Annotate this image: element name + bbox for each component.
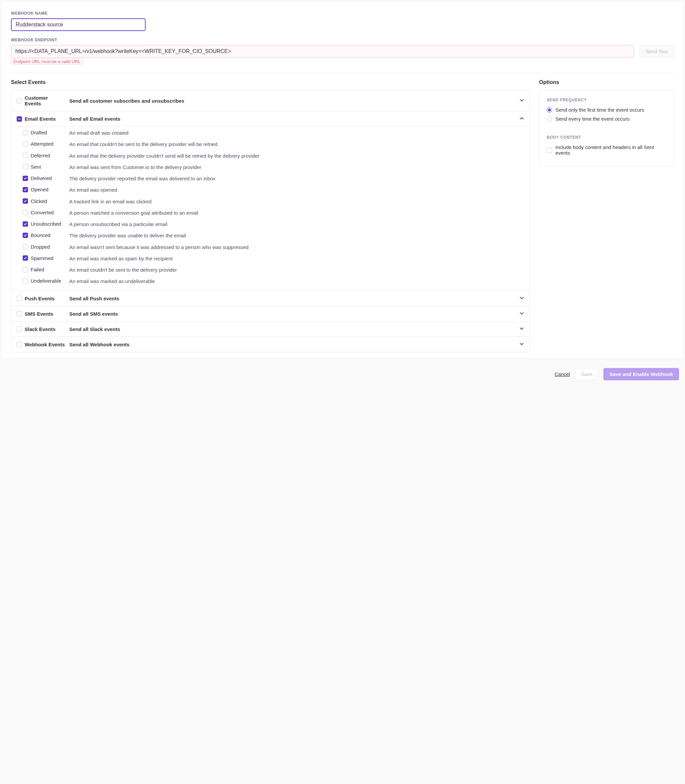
webhook-endpoint-input[interactable]	[11, 45, 634, 58]
send-test-button[interactable]: Send Test	[640, 45, 674, 58]
event-child-row[interactable]: AttemptedAn email that couldn't be sent …	[11, 139, 529, 150]
event-child-row[interactable]: UndeliverableAn email was marked as unde…	[11, 276, 529, 287]
event-child-row[interactable]: DraftedAn email draft was created	[11, 127, 529, 139]
event-desc-text: An email couldn't be sent to the deliver…	[69, 267, 524, 273]
event-checkbox[interactable]	[23, 255, 28, 261]
group-checkbox[interactable]	[17, 326, 22, 332]
group-name-text: SMS Events	[24, 311, 53, 317]
event-name-text: Clicked	[31, 198, 47, 204]
group-desc-text: Send all Webhook events	[69, 342, 515, 347]
select-events-title: Select Events	[11, 79, 530, 85]
chevron-up-icon[interactable]	[519, 116, 524, 122]
webhook-endpoint-label: WEBHOOK ENDPOINT	[11, 37, 634, 42]
event-group-row[interactable]: SMS EventsSend all SMS events	[11, 306, 529, 322]
event-child-row[interactable]: UnsubscribedA person unsubscribed via a …	[11, 219, 529, 230]
group-checkbox[interactable]	[17, 98, 22, 103]
group-desc-text: Send all customer subscribes and unsubsc…	[69, 98, 515, 104]
chevron-down-icon[interactable]	[519, 296, 524, 301]
event-checkbox[interactable]	[23, 187, 28, 192]
event-checkbox[interactable]	[23, 153, 28, 158]
event-child-row[interactable]: OpenedAn email was opened	[11, 184, 529, 196]
event-desc-text: A tracked link in an email was clicked	[69, 198, 524, 205]
frequency-option[interactable]: Send every time the event occurs	[547, 116, 666, 122]
event-checkbox[interactable]	[23, 142, 28, 147]
frequency-option-label: Send every time the event occurs	[555, 116, 630, 122]
event-group-row[interactable]: Slack EventsSend all Slack events	[11, 322, 529, 337]
group-checkbox[interactable]	[17, 311, 22, 316]
event-name-text: Failed	[31, 267, 44, 272]
event-name-text: Deferred	[31, 153, 50, 158]
event-group-row[interactable]: Customer EventsSend all customer subscri…	[11, 90, 529, 111]
event-desc-text: An email that couldn't be sent to the de…	[69, 141, 524, 148]
event-name-text: Attempted	[31, 141, 53, 147]
save-button[interactable]: Save	[575, 368, 598, 380]
event-checkbox[interactable]	[23, 244, 28, 249]
webhook-name-input[interactable]	[11, 18, 146, 31]
group-name-text: Email Events	[24, 116, 56, 122]
event-desc-text: An email was opened	[69, 187, 524, 194]
event-name-text: Spammed	[31, 255, 53, 261]
group-checkbox[interactable]	[17, 116, 22, 122]
event-group-row[interactable]: Push EventsSend all Push events	[11, 291, 529, 306]
event-name-text: Drafted	[31, 130, 47, 135]
event-checkbox[interactable]	[23, 210, 28, 215]
divider	[11, 73, 674, 73]
options-title: Options	[539, 79, 674, 85]
event-desc-text: The delivery provider reported the email…	[69, 175, 524, 182]
event-checkbox[interactable]	[23, 221, 28, 227]
radio-icon[interactable]	[547, 116, 552, 122]
event-desc-text: An email was sent from Customer.io to th…	[69, 164, 524, 171]
event-child-row[interactable]: FailedAn email couldn't be sent to the d…	[11, 264, 529, 276]
save-enable-webhook-button[interactable]: Save and Enable Webhook	[603, 368, 679, 380]
event-desc-text: An email that the delivery provider coul…	[69, 153, 524, 159]
event-child-row[interactable]: SentAn email was sent from Customer.io t…	[11, 162, 529, 173]
group-name-text: Slack Events	[24, 326, 56, 332]
event-checkbox[interactable]	[23, 198, 28, 204]
chevron-down-icon[interactable]	[519, 98, 524, 104]
group-checkbox[interactable]	[17, 296, 22, 301]
event-child-row[interactable]: DeferredAn email that the delivery provi…	[11, 150, 529, 162]
event-checkbox[interactable]	[23, 130, 28, 135]
event-checkbox[interactable]	[23, 176, 28, 181]
radio-icon[interactable]	[547, 107, 552, 113]
frequency-option[interactable]: Send only the first time the event occur…	[547, 107, 666, 113]
frequency-option-label: Send only the first time the event occur…	[555, 107, 644, 113]
event-children: DraftedAn email draft was createdAttempt…	[11, 127, 529, 291]
event-child-row[interactable]: ConvertedA person matched a conversion g…	[11, 207, 529, 219]
event-name-text: Delivered	[31, 175, 52, 181]
event-child-row[interactable]: DeliveredThe delivery provider reported …	[11, 173, 529, 184]
event-name-text: Undeliverable	[31, 278, 61, 284]
event-name-text: Sent	[31, 164, 41, 170]
endpoint-error: Endpoint URL must be a valid URL	[11, 59, 83, 64]
include-body-content-checkbox[interactable]	[547, 147, 552, 153]
event-group-row[interactable]: Webhook EventsSend all Webhook events	[11, 337, 529, 352]
cancel-button[interactable]: Cancel	[554, 371, 570, 377]
event-child-row[interactable]: SpammedAn email was marked as spam by th…	[11, 253, 529, 264]
chevron-down-icon[interactable]	[519, 342, 524, 347]
event-group-row[interactable]: Email EventsSend all Email events	[11, 111, 529, 127]
event-desc-text: An email was marked as spam by the recip…	[69, 255, 524, 262]
event-child-row[interactable]: ClickedA tracked link in an email was cl…	[11, 196, 529, 207]
group-desc-text: Send all SMS events	[69, 311, 515, 317]
event-name-text: Converted	[31, 210, 54, 215]
event-child-row[interactable]: DroppedAn email wasn't sent because it w…	[11, 242, 529, 253]
webhook-form-card: WEBHOOK NAME WEBHOOK ENDPOINT Endpoint U…	[1, 1, 684, 359]
event-checkbox[interactable]	[23, 267, 28, 272]
event-desc-text: An email wasn't sent because it was addr…	[69, 244, 524, 250]
event-checkbox[interactable]	[23, 278, 28, 284]
body-content-label: BODY CONTENT	[547, 135, 666, 140]
event-checkbox[interactable]	[23, 164, 28, 169]
group-checkbox[interactable]	[17, 342, 22, 347]
event-checkbox[interactable]	[23, 233, 28, 238]
event-name-text: Dropped	[31, 244, 50, 250]
group-name-text: Webhook Events	[24, 342, 65, 347]
group-desc-text: Send all Email events	[69, 116, 515, 122]
events-list: Customer EventsSend all customer subscri…	[11, 90, 530, 352]
chevron-down-icon[interactable]	[519, 326, 524, 332]
include-body-content-text: Include body content and headers in all …	[555, 144, 666, 156]
event-child-row[interactable]: BouncedThe delivery provider was unable …	[11, 230, 529, 241]
event-desc-text: A person unsubscribed via a particular e…	[69, 221, 524, 228]
include-body-content-row[interactable]: Include body content and headers in all …	[547, 144, 666, 156]
chevron-down-icon[interactable]	[519, 311, 524, 317]
send-frequency-label: SEND FREQUENCY	[547, 98, 666, 102]
